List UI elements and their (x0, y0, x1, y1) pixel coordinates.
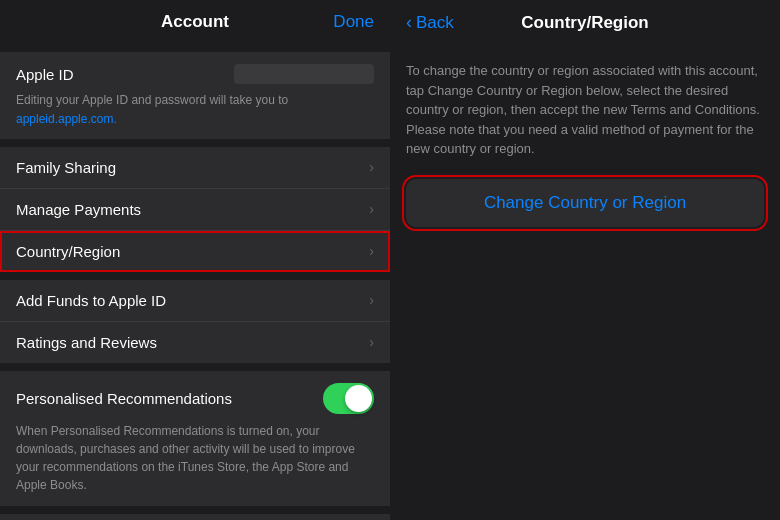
account-nav-title: Account (161, 12, 229, 32)
left-scroll-content: Apple ID Editing your Apple ID and passw… (0, 44, 390, 520)
country-region-title: Country/Region (521, 13, 649, 33)
ratings-reviews-label: Ratings and Reviews (16, 334, 157, 351)
apple-id-desc: Editing your Apple ID and password will … (16, 90, 374, 127)
change-country-btn-label: Change Country or Region (484, 193, 686, 212)
back-button[interactable]: ‹ Back (406, 12, 454, 33)
right-panel: ‹ Back Country/Region To change the coun… (390, 0, 780, 520)
family-sharing-item[interactable]: Family Sharing › (0, 147, 390, 189)
change-country-btn-wrapper: Change Country or Region (406, 179, 764, 227)
right-content-area: To change the country or region associat… (390, 45, 780, 520)
chevron-icon: › (369, 159, 374, 175)
chevron-icon: › (369, 334, 374, 350)
apple-id-value-field (234, 64, 374, 84)
personalised-section: Personalised Recommendations When Person… (0, 371, 390, 506)
personalised-desc: When Personalised Recommendations is tur… (16, 422, 374, 494)
personalised-toggle[interactable] (323, 383, 374, 414)
chevron-icon: › (369, 292, 374, 308)
done-button[interactable]: Done (333, 12, 374, 32)
toggle-thumb (345, 385, 372, 412)
family-sharing-label: Family Sharing (16, 159, 116, 176)
personalised-toggle-row: Personalised Recommendations (16, 383, 374, 414)
country-region-nav-bar: ‹ Back Country/Region (390, 0, 780, 45)
apple-id-label: Apple ID (16, 66, 74, 83)
purchase-history-section: Purchase History › (0, 514, 390, 520)
country-region-description: To change the country or region associat… (406, 61, 764, 159)
chevron-icon: › (369, 243, 374, 259)
chevron-icon: › (369, 201, 374, 217)
add-funds-item[interactable]: Add Funds to Apple ID › (0, 280, 390, 322)
apple-id-link[interactable]: appleid.apple.com. (16, 112, 117, 126)
menu-section-2: Add Funds to Apple ID › Ratings and Revi… (0, 280, 390, 363)
menu-section-1: Family Sharing › Manage Payments › Count… (0, 147, 390, 272)
change-country-button[interactable]: Change Country or Region (406, 179, 764, 227)
left-panel: Account Done Apple ID Editing your Apple… (0, 0, 390, 520)
apple-id-desc-text: Editing your Apple ID and password will … (16, 93, 288, 107)
apple-id-row: Apple ID (16, 64, 374, 84)
personalised-label: Personalised Recommendations (16, 390, 232, 407)
manage-payments-label: Manage Payments (16, 201, 141, 218)
add-funds-label: Add Funds to Apple ID (16, 292, 166, 309)
country-region-label: Country/Region (16, 243, 120, 260)
country-region-item[interactable]: Country/Region › (0, 231, 390, 272)
apple-id-section: Apple ID Editing your Apple ID and passw… (0, 52, 390, 139)
manage-payments-item[interactable]: Manage Payments › (0, 189, 390, 231)
purchase-history-item[interactable]: Purchase History › (0, 514, 390, 520)
back-chevron-icon: ‹ (406, 12, 412, 33)
account-nav-bar: Account Done (0, 0, 390, 44)
ratings-reviews-item[interactable]: Ratings and Reviews › (0, 322, 390, 363)
back-label: Back (416, 13, 454, 33)
